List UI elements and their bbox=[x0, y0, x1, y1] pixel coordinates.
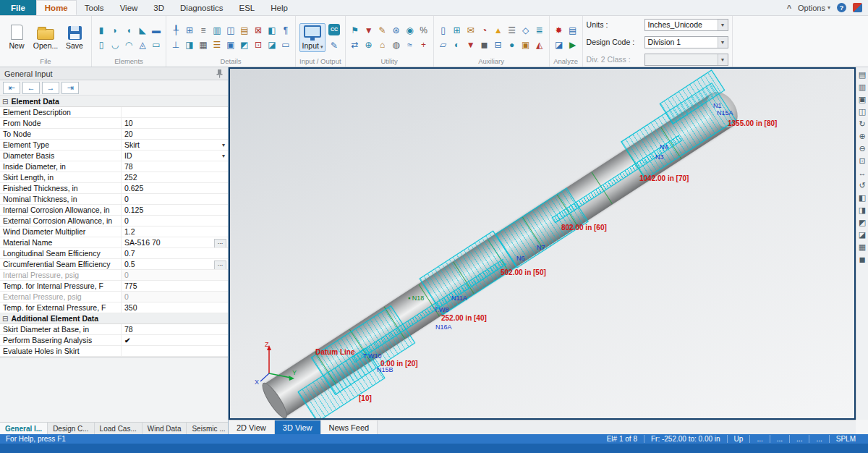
dot-icon[interactable]: ● bbox=[506, 39, 518, 51]
last-element-button[interactable]: ⇥ bbox=[61, 82, 79, 94]
tab-view[interactable]: View bbox=[112, 0, 146, 15]
solid-icon[interactable]: ◼ bbox=[479, 39, 490, 51]
body-flange-icon[interactable]: ▬ bbox=[150, 25, 162, 36]
design-code-combobox[interactable]: Division 1▼ bbox=[644, 36, 728, 48]
layers-icon[interactable]: ☰ bbox=[506, 25, 518, 36]
gauge-icon[interactable]: ◔ bbox=[479, 25, 490, 36]
mail-icon[interactable]: ✉ bbox=[465, 25, 477, 36]
home-view-icon[interactable]: ⌂ bbox=[377, 39, 388, 51]
liquid-level-icon[interactable]: ≈ bbox=[404, 39, 416, 51]
zoom-window-icon[interactable]: ⊡ bbox=[857, 156, 868, 166]
stiffener-icon[interactable]: ◪ bbox=[266, 39, 278, 51]
grid-value[interactable]: 0 bbox=[122, 216, 228, 226]
hemispherical-head-icon[interactable]: ◖ bbox=[123, 25, 135, 36]
locate-icon[interactable]: ◉ bbox=[404, 25, 416, 36]
force-moment-icon[interactable]: ⊡ bbox=[252, 39, 264, 51]
weight-icon[interactable]: ⊠ bbox=[252, 25, 264, 36]
edit-output-icon[interactable]: ✎ bbox=[328, 40, 340, 51]
list-icon[interactable]: ≣ bbox=[534, 25, 545, 36]
welded-flat-head-icon[interactable]: ◠ bbox=[123, 39, 135, 51]
ladder-detail-icon[interactable]: ☰ bbox=[211, 39, 223, 51]
grid-value[interactable]: 1.2 bbox=[122, 226, 228, 237]
print-icon[interactable]: ▥ bbox=[857, 82, 868, 92]
grid-value[interactable]: 10 bbox=[122, 118, 228, 128]
collapse-ribbon-icon[interactable]: ^ bbox=[787, 4, 791, 12]
tab-file[interactable]: File bbox=[0, 0, 36, 15]
open-button[interactable]: Open... bbox=[33, 24, 59, 51]
down-icon[interactable]: ▼ bbox=[465, 39, 477, 51]
input-button[interactable]: Input bbox=[299, 23, 326, 52]
cc-review-icon[interactable]: CC bbox=[328, 24, 340, 35]
grid-value[interactable]: ✔ bbox=[122, 335, 228, 345]
grid-value[interactable]: 775 bbox=[122, 281, 228, 291]
section-header[interactable]: ⊟Element Data bbox=[0, 96, 228, 107]
torispherical-head-icon[interactable]: ◡ bbox=[109, 39, 121, 51]
grid-value[interactable]: 0.625 bbox=[122, 183, 228, 193]
license-icon[interactable] bbox=[853, 3, 862, 12]
warning-icon[interactable]: ▲ bbox=[493, 25, 504, 36]
grid-value[interactable]: 0 bbox=[122, 194, 228, 204]
insulation-icon[interactable]: ▤ bbox=[239, 25, 250, 36]
nozzle-icon[interactable]: ╀ bbox=[170, 25, 182, 36]
box-icon[interactable]: ▣ bbox=[520, 39, 532, 51]
misc-detail-icon[interactable]: ▭ bbox=[280, 39, 292, 51]
tab-diagnostics[interactable]: Diagnostics bbox=[172, 0, 231, 15]
report-icon[interactable]: ▤ bbox=[857, 69, 868, 80]
batch-icon[interactable]: ◪ bbox=[553, 39, 565, 51]
transition-element-icon[interactable]: ◬ bbox=[137, 39, 148, 51]
plate-icon[interactable]: ▱ bbox=[438, 39, 449, 51]
front-view-icon[interactable]: ◧ bbox=[857, 192, 868, 203]
flag-icon[interactable]: ⚑ bbox=[349, 25, 361, 36]
shaded-view-icon[interactable]: ◼ bbox=[857, 254, 868, 264]
units-combobox[interactable]: Inches_Unicode▼ bbox=[644, 19, 728, 31]
grid-value[interactable]: ID bbox=[122, 151, 228, 161]
first-element-button[interactable]: ⇤ bbox=[3, 82, 20, 94]
panel-tab-design-c-[interactable]: Design C... bbox=[48, 423, 94, 434]
grid-value[interactable] bbox=[122, 107, 228, 117]
panel-tab-load-cas-[interactable]: Load Cas... bbox=[95, 423, 142, 434]
conical-element-icon[interactable]: ◣ bbox=[137, 25, 148, 36]
contrast-icon[interactable]: ◐ bbox=[451, 39, 463, 51]
pin-icon[interactable] bbox=[216, 69, 224, 78]
side-view-icon[interactable]: ◨ bbox=[857, 205, 868, 215]
stack-icon[interactable]: ▯ bbox=[438, 25, 449, 36]
flat-head-icon[interactable]: ▭ bbox=[150, 39, 162, 51]
grid-value[interactable]: 0.5 bbox=[122, 259, 228, 269]
3d-viewport[interactable]: Z Y X N1N15A1355.00 in [80]N4N31042.00 i… bbox=[229, 67, 856, 420]
options-button[interactable]: Options bbox=[798, 4, 830, 12]
halfpipe-icon[interactable]: ◩ bbox=[239, 39, 250, 51]
tray-icon[interactable]: ▥ bbox=[211, 25, 223, 36]
refresh-icon[interactable]: ↻ bbox=[857, 119, 868, 129]
lug-icon[interactable]: ◧ bbox=[266, 25, 278, 36]
skirt-element-icon[interactable]: ▯ bbox=[95, 39, 107, 51]
error-check-icon[interactable]: ▤ bbox=[567, 25, 579, 36]
collapse-icon[interactable]: ⊟ bbox=[2, 315, 8, 323]
view-tab-3d-view[interactable]: 3D View bbox=[275, 420, 321, 434]
diamond-icon[interactable]: ◇ bbox=[520, 25, 532, 36]
tri-icon[interactable]: ◭ bbox=[534, 39, 545, 51]
swap-icon[interactable]: ⇄ bbox=[349, 39, 361, 51]
grid-value[interactable]: 78 bbox=[122, 324, 228, 334]
pan-icon[interactable]: ↔ bbox=[857, 168, 868, 178]
grid-value[interactable]: 20 bbox=[122, 129, 228, 139]
lining-icon[interactable]: ≡ bbox=[197, 25, 209, 36]
help-icon[interactable]: ? bbox=[837, 3, 846, 12]
section-icon[interactable]: ◍ bbox=[391, 39, 402, 51]
zoom-in-icon[interactable]: ⊕ bbox=[857, 131, 868, 141]
saddle-icon[interactable]: ◨ bbox=[184, 39, 195, 51]
tab-home[interactable]: Home bbox=[36, 0, 77, 15]
copy-icon[interactable]: ▣ bbox=[857, 94, 868, 104]
tab-esl[interactable]: ESL bbox=[231, 0, 263, 15]
export-icon[interactable]: ◫ bbox=[857, 106, 868, 117]
clip-icon[interactable]: ▣ bbox=[225, 39, 237, 51]
target-icon[interactable]: ⊛ bbox=[391, 25, 402, 36]
grid-value[interactable]: 0.7 bbox=[122, 248, 228, 258]
panel-tab-wind-data[interactable]: Wind Data bbox=[142, 423, 187, 434]
notes-icon[interactable]: ¶ bbox=[280, 25, 292, 36]
top-view-icon[interactable]: ◩ bbox=[857, 217, 868, 227]
plus-icon[interactable]: + bbox=[418, 39, 430, 51]
panel-tab-general-i-[interactable]: General I... bbox=[0, 423, 48, 434]
new-button[interactable]: New bbox=[4, 23, 30, 51]
grid-icon[interactable]: ⊞ bbox=[451, 25, 463, 36]
view-tab-2d-view[interactable]: 2D View bbox=[229, 420, 275, 434]
